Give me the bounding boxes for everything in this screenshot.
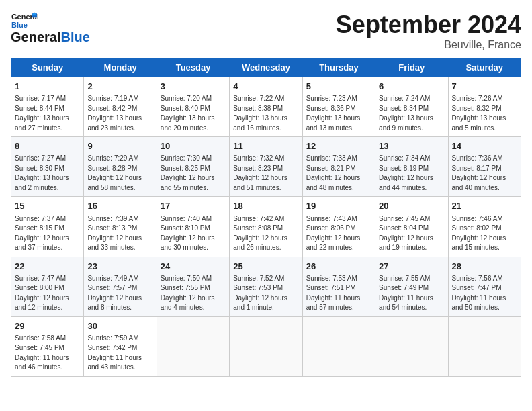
day-number: 24 xyxy=(161,261,226,273)
day-info: Sunrise: 7:43 AM Sunset: 8:06 PM Dayligh… xyxy=(306,214,371,253)
day-number: 23 xyxy=(87,261,152,273)
day-info: Sunrise: 7:20 AM Sunset: 8:40 PM Dayligh… xyxy=(161,94,226,133)
title-block: September 2024 Beuville, France xyxy=(336,11,521,51)
weekday-header-wednesday: Wednesday xyxy=(230,58,302,77)
day-info: Sunrise: 7:52 AM Sunset: 7:53 PM Dayligh… xyxy=(233,274,298,313)
calendar-cell: 27Sunrise: 7:55 AM Sunset: 7:49 PM Dayli… xyxy=(375,257,448,316)
calendar-cell: 25Sunrise: 7:52 AM Sunset: 7:53 PM Dayli… xyxy=(230,257,302,316)
calendar-cell: 15Sunrise: 7:37 AM Sunset: 8:15 PM Dayli… xyxy=(11,197,84,257)
day-info: Sunrise: 7:59 AM Sunset: 7:42 PM Dayligh… xyxy=(87,334,152,373)
day-number: 1 xyxy=(15,81,80,93)
svg-text:Blue: Blue xyxy=(11,21,28,29)
calendar-cell: 18Sunrise: 7:42 AM Sunset: 8:08 PM Dayli… xyxy=(230,197,302,257)
day-info: Sunrise: 7:39 AM Sunset: 8:13 PM Dayligh… xyxy=(87,214,152,253)
day-number: 15 xyxy=(15,200,80,212)
calendar-cell: 16Sunrise: 7:39 AM Sunset: 8:13 PM Dayli… xyxy=(84,197,157,257)
day-info: Sunrise: 7:34 AM Sunset: 8:19 PM Dayligh… xyxy=(379,154,444,193)
calendar-cell: 21Sunrise: 7:46 AM Sunset: 8:02 PM Dayli… xyxy=(448,197,521,257)
calendar-cell: 11Sunrise: 7:32 AM Sunset: 8:23 PM Dayli… xyxy=(230,137,302,197)
day-info: Sunrise: 7:37 AM Sunset: 8:15 PM Dayligh… xyxy=(15,214,80,253)
day-info: Sunrise: 7:46 AM Sunset: 8:02 PM Dayligh… xyxy=(452,214,517,253)
calendar-header: SundayMondayTuesdayWednesdayThursdayFrid… xyxy=(11,58,521,77)
calendar-week-5: 29Sunrise: 7:58 AM Sunset: 7:45 PM Dayli… xyxy=(11,316,521,376)
calendar-cell: 28Sunrise: 7:56 AM Sunset: 7:47 PM Dayli… xyxy=(448,257,521,316)
calendar-cell: 8Sunrise: 7:27 AM Sunset: 8:30 PM Daylig… xyxy=(11,137,84,197)
calendar-cell: 23Sunrise: 7:49 AM Sunset: 7:57 PM Dayli… xyxy=(84,257,157,316)
calendar-cell: 2Sunrise: 7:19 AM Sunset: 8:42 PM Daylig… xyxy=(84,77,157,137)
day-info: Sunrise: 7:53 AM Sunset: 7:51 PM Dayligh… xyxy=(306,274,371,313)
calendar-cell xyxy=(230,316,302,376)
day-number: 16 xyxy=(87,200,152,212)
day-number: 30 xyxy=(87,320,152,332)
calendar-cell: 13Sunrise: 7:34 AM Sunset: 8:19 PM Dayli… xyxy=(375,137,448,197)
day-number: 3 xyxy=(161,81,226,93)
day-info: Sunrise: 7:23 AM Sunset: 8:36 PM Dayligh… xyxy=(306,94,371,133)
calendar-table: SundayMondayTuesdayWednesdayThursdayFrid… xyxy=(11,58,521,377)
calendar-cell xyxy=(375,316,448,376)
logo-blue: Blue xyxy=(60,30,89,45)
calendar-cell: 3Sunrise: 7:20 AM Sunset: 8:40 PM Daylig… xyxy=(157,77,229,137)
weekday-header-sunday: Sunday xyxy=(11,58,84,77)
weekday-header-tuesday: Tuesday xyxy=(157,58,229,77)
day-info: Sunrise: 7:42 AM Sunset: 8:08 PM Dayligh… xyxy=(233,214,298,253)
calendar-cell: 22Sunrise: 7:47 AM Sunset: 8:00 PM Dayli… xyxy=(11,257,84,316)
day-info: Sunrise: 7:49 AM Sunset: 7:57 PM Dayligh… xyxy=(87,274,152,313)
page-header: General Blue General Blue September 2024… xyxy=(11,11,521,51)
day-info: Sunrise: 7:33 AM Sunset: 8:21 PM Dayligh… xyxy=(306,154,371,193)
calendar-cell: 19Sunrise: 7:43 AM Sunset: 8:06 PM Dayli… xyxy=(302,197,375,257)
day-info: Sunrise: 7:29 AM Sunset: 8:28 PM Dayligh… xyxy=(87,154,152,193)
day-number: 28 xyxy=(452,261,517,273)
logo-icon: General Blue xyxy=(11,11,38,30)
day-info: Sunrise: 7:24 AM Sunset: 8:34 PM Dayligh… xyxy=(379,94,444,133)
day-info: Sunrise: 7:26 AM Sunset: 8:32 PM Dayligh… xyxy=(452,94,517,133)
calendar-cell: 12Sunrise: 7:33 AM Sunset: 8:21 PM Dayli… xyxy=(302,137,375,197)
calendar-cell: 5Sunrise: 7:23 AM Sunset: 8:36 PM Daylig… xyxy=(302,77,375,137)
day-info: Sunrise: 7:40 AM Sunset: 8:10 PM Dayligh… xyxy=(161,214,226,253)
weekday-header-monday: Monday xyxy=(84,58,157,77)
calendar-cell: 29Sunrise: 7:58 AM Sunset: 7:45 PM Dayli… xyxy=(11,316,84,376)
calendar-cell: 26Sunrise: 7:53 AM Sunset: 7:51 PM Dayli… xyxy=(302,257,375,316)
calendar-cell xyxy=(448,316,521,376)
day-number: 10 xyxy=(161,140,226,152)
location: Beuville, France xyxy=(336,39,521,51)
day-number: 22 xyxy=(15,261,80,273)
calendar-cell: 17Sunrise: 7:40 AM Sunset: 8:10 PM Dayli… xyxy=(157,197,229,257)
logo-general: General xyxy=(11,30,60,45)
day-number: 20 xyxy=(379,200,444,212)
weekday-header-thursday: Thursday xyxy=(302,58,375,77)
day-number: 5 xyxy=(306,81,371,93)
day-number: 17 xyxy=(161,200,226,212)
day-number: 2 xyxy=(87,81,152,93)
day-info: Sunrise: 7:55 AM Sunset: 7:49 PM Dayligh… xyxy=(379,274,444,313)
calendar-cell: 20Sunrise: 7:45 AM Sunset: 8:04 PM Dayli… xyxy=(375,197,448,257)
calendar-cell: 10Sunrise: 7:30 AM Sunset: 8:25 PM Dayli… xyxy=(157,137,229,197)
day-number: 7 xyxy=(452,81,517,93)
calendar-week-1: 1Sunrise: 7:17 AM Sunset: 8:44 PM Daylig… xyxy=(11,77,521,137)
calendar-week-2: 8Sunrise: 7:27 AM Sunset: 8:30 PM Daylig… xyxy=(11,137,521,197)
day-info: Sunrise: 7:32 AM Sunset: 8:23 PM Dayligh… xyxy=(233,154,298,193)
calendar-cell: 24Sunrise: 7:50 AM Sunset: 7:55 PM Dayli… xyxy=(157,257,229,316)
day-number: 26 xyxy=(306,261,371,273)
day-info: Sunrise: 7:17 AM Sunset: 8:44 PM Dayligh… xyxy=(15,94,80,133)
day-info: Sunrise: 7:47 AM Sunset: 8:00 PM Dayligh… xyxy=(15,274,80,313)
day-number: 21 xyxy=(452,200,517,212)
day-number: 14 xyxy=(452,140,517,152)
calendar-cell xyxy=(157,316,229,376)
month-title: September 2024 xyxy=(336,11,521,39)
calendar-cell: 6Sunrise: 7:24 AM Sunset: 8:34 PM Daylig… xyxy=(375,77,448,137)
day-number: 19 xyxy=(306,200,371,212)
day-number: 12 xyxy=(306,140,371,152)
day-number: 13 xyxy=(379,140,444,152)
day-number: 8 xyxy=(15,140,80,152)
day-number: 29 xyxy=(15,320,80,332)
day-info: Sunrise: 7:19 AM Sunset: 8:42 PM Dayligh… xyxy=(87,94,152,133)
day-number: 4 xyxy=(233,81,298,93)
day-info: Sunrise: 7:36 AM Sunset: 8:17 PM Dayligh… xyxy=(452,154,517,193)
day-number: 27 xyxy=(379,261,444,273)
day-info: Sunrise: 7:27 AM Sunset: 8:30 PM Dayligh… xyxy=(15,154,80,193)
day-info: Sunrise: 7:56 AM Sunset: 7:47 PM Dayligh… xyxy=(452,274,517,313)
day-number: 6 xyxy=(379,81,444,93)
day-info: Sunrise: 7:30 AM Sunset: 8:25 PM Dayligh… xyxy=(161,154,226,193)
calendar-week-3: 15Sunrise: 7:37 AM Sunset: 8:15 PM Dayli… xyxy=(11,197,521,257)
day-info: Sunrise: 7:50 AM Sunset: 7:55 PM Dayligh… xyxy=(161,274,226,313)
